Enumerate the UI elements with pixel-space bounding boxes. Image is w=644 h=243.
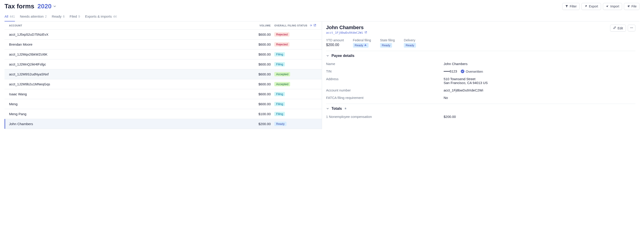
column-volume[interactable]: Volume xyxy=(250,24,274,27)
row-volume: $200.00 xyxy=(250,122,274,126)
svg-point-0 xyxy=(630,27,631,28)
ytd-label: YTD amount xyxy=(326,38,344,42)
ytd-value: $200.00 xyxy=(326,43,344,47)
row-account: acct_1J2Mqx2tbkWZcI6K xyxy=(9,52,250,56)
row-status: Accepted xyxy=(274,72,317,76)
bell-icon xyxy=(344,107,347,110)
status-badge: Ready xyxy=(274,122,286,126)
row-volume: $600.00 xyxy=(250,72,274,76)
svg-point-1 xyxy=(631,27,632,28)
svg-point-2 xyxy=(632,27,633,28)
tab-exports-imports[interactable]: Exports & imports44 xyxy=(85,13,116,21)
status-badge: Accepted xyxy=(274,82,290,86)
tab-ready[interactable]: Ready6 xyxy=(52,13,65,21)
row-volume: $100.00 xyxy=(250,112,274,116)
row-status: Rejected xyxy=(274,42,317,46)
row-status: Filing xyxy=(274,52,317,56)
tab-label: All xyxy=(4,14,8,18)
payee-name-value: John Chambers xyxy=(444,62,636,66)
warning-icon xyxy=(364,44,367,47)
dots-horizontal-icon xyxy=(630,26,633,30)
table-row[interactable]: Meng Pang$100.00Filing xyxy=(4,109,322,119)
gear-icon[interactable] xyxy=(309,24,312,27)
status-badge: Rejected xyxy=(274,32,290,36)
row-status: Filing xyxy=(274,92,317,96)
state-filing-badge: Ready xyxy=(380,43,392,48)
delivery-label: Delivery xyxy=(404,38,416,42)
filter-label: Filter xyxy=(570,4,577,8)
totals-nec-value: $200.00 xyxy=(444,115,636,119)
chevron-down-icon xyxy=(326,54,329,57)
year-value: 2020 xyxy=(38,3,52,10)
delivery-badge: Ready xyxy=(404,43,416,48)
column-status[interactable]: Overall filing status xyxy=(274,24,307,27)
external-link-icon xyxy=(364,31,367,34)
table-row[interactable]: acct_1J5xp52uD75NzEvX$600.00Rejected xyxy=(4,29,322,39)
federal-filing-value: Ready xyxy=(355,44,363,47)
table-row[interactable]: Isaac Wang$600.00Filing xyxy=(4,89,322,99)
tab-label: Needs attention xyxy=(20,14,44,18)
more-button[interactable] xyxy=(628,25,636,31)
table-row[interactable]: acct_1J2MnQ2ikHtFsfgc$600.00Filing xyxy=(4,59,322,69)
arrow-down-left-icon xyxy=(606,4,609,8)
import-button[interactable]: Import xyxy=(603,3,622,10)
status-badge: Filing xyxy=(274,62,285,66)
tab-needs-attention[interactable]: Needs attention2 xyxy=(20,13,47,21)
column-account[interactable]: Account xyxy=(9,24,250,27)
payee-address-label: Address xyxy=(326,77,444,81)
totals-title: Totals xyxy=(332,107,342,111)
table-row[interactable]: Brendan Moore$600.00Rejected xyxy=(4,39,322,49)
tab-count: 441 xyxy=(10,15,15,18)
federal-filing-badge: Ready xyxy=(353,43,369,48)
table-row[interactable]: Meng$600.00Filing xyxy=(4,99,322,109)
payee-address-line1: 510 Townsend Street xyxy=(444,77,636,81)
row-account: Meng Pang xyxy=(9,112,250,116)
status-badge: Accepted xyxy=(274,72,290,76)
edit-label: Edit xyxy=(618,26,623,30)
external-link-icon[interactable] xyxy=(314,24,316,27)
edit-button[interactable]: Edit xyxy=(610,25,626,32)
row-account: Isaac Wang xyxy=(9,92,250,96)
detail-account-link[interactable]: acct_1Fj8bwDu9XdeC2Wi xyxy=(326,31,367,34)
payee-fatca-label: FATCA filing requirement xyxy=(326,96,444,100)
tin-overwritten-text: Overwritten xyxy=(466,70,483,73)
table-row[interactable]: John Chambers$200.00Ready xyxy=(4,119,322,129)
row-volume: $600.00 xyxy=(250,92,274,96)
send-icon xyxy=(627,4,630,8)
year-picker[interactable]: 2020 xyxy=(38,3,56,10)
tab-label: Ready xyxy=(52,14,62,18)
tab-count: 44 xyxy=(113,15,117,18)
payee-account-number-value: acct_1Fj8bwDu9XdeC2Wi xyxy=(444,88,636,92)
table-row[interactable]: acct_1J2M9S2udNyaSNxf$600.00Accepted xyxy=(4,69,322,79)
payee-tin-label: TIN xyxy=(326,69,444,73)
row-account: Brendan Moore xyxy=(9,42,250,46)
tab-all[interactable]: All441 xyxy=(4,13,15,21)
row-volume: $600.00 xyxy=(250,82,274,86)
payee-details-section-header[interactable]: Payee details xyxy=(326,51,636,60)
payee-fatca-value: No xyxy=(444,96,636,100)
chevron-down-icon xyxy=(53,4,56,8)
row-status: Accepted xyxy=(274,82,317,86)
table-row[interactable]: acct_1J2M9b2u1MNeqGqs$600.00Accepted xyxy=(4,79,322,89)
check-circle-icon xyxy=(461,70,464,73)
table-row[interactable]: acct_1J2Mqx2tbkWZcI6K$600.00Filing xyxy=(4,49,322,59)
row-volume: $600.00 xyxy=(250,32,274,36)
payee-tin-value: •••••6123 xyxy=(444,69,457,73)
row-account: acct_1J2M9S2udNyaSNxf xyxy=(9,72,250,76)
row-volume: $600.00 xyxy=(250,62,274,66)
file-label: File xyxy=(631,4,636,8)
file-button[interactable]: File xyxy=(624,3,640,10)
row-account: acct_1J5xp52uD75NzEvX xyxy=(9,32,250,36)
export-button[interactable]: Export xyxy=(582,3,601,10)
export-label: Export xyxy=(589,4,598,8)
arrow-up-right-icon xyxy=(584,4,588,8)
state-filing-value: Ready xyxy=(382,44,390,47)
row-volume: $600.00 xyxy=(250,42,274,46)
payee-address-line2: San Francisco, CA 94013 US xyxy=(444,81,636,85)
totals-section-header[interactable]: Totals xyxy=(326,104,636,113)
filter-button[interactable]: Filter xyxy=(562,3,580,10)
filter-icon xyxy=(565,4,568,8)
payee-address-value: 510 Townsend Street San Francisco, CA 94… xyxy=(444,77,636,85)
tab-filed[interactable]: Filed9 xyxy=(70,13,80,21)
payee-name-label: Name xyxy=(326,62,444,66)
